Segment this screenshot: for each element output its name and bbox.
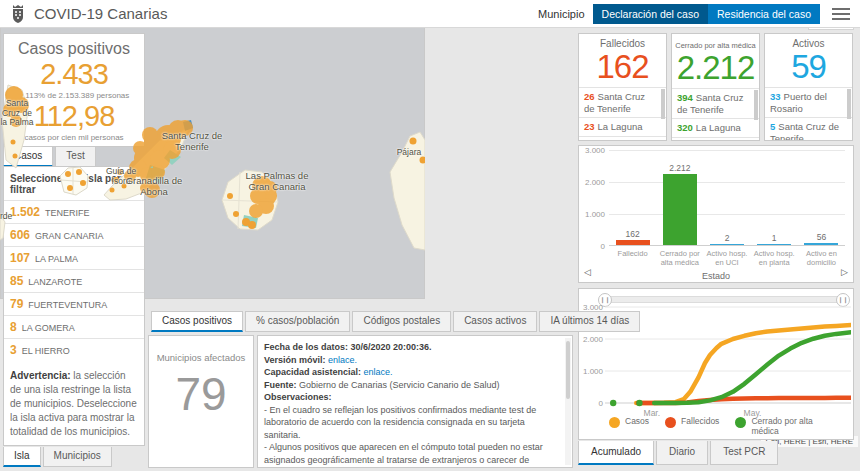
declaracion-del-caso-button[interactable]: Declaración del caso	[593, 4, 708, 24]
info-scrollbar[interactable]	[565, 338, 571, 465]
menu-icon[interactable]	[832, 8, 850, 20]
island-row-la-gomera[interactable]: 8LA GOMERA	[4, 315, 144, 338]
chart-prev-arrow-icon[interactable]: ◁	[584, 267, 591, 277]
map-layer-tabs: Casos positivos% casos/poblaciónCódigos …	[151, 311, 640, 332]
bar-chart-x-axis-title: Estado	[579, 271, 853, 281]
legend-item: Cerrado por alta médica	[735, 416, 813, 436]
chart-next-arrow-icon[interactable]: ▷	[841, 267, 848, 277]
map-tab-4[interactable]: IA últimos 14 días	[539, 311, 640, 332]
stat-row[interactable]: 19Las Palmas de Gran Canaria	[579, 136, 666, 142]
stat-row[interactable]: 23La Laguna	[579, 117, 666, 136]
bar-activo-hosp-en-uci[interactable]: 2	[703, 149, 750, 245]
warning-text: Advertencia: la selección de una isla re…	[10, 369, 138, 439]
map-tab-1[interactable]: % casos/población	[245, 311, 350, 332]
tab-acumulado[interactable]: Acumulado	[578, 441, 654, 465]
map-canvas[interactable]: Santa Cruz de la Palma Guía de Isora Gra…	[0, 0, 425, 299]
capacidad-line: Capacidad asistencial: enlace.	[264, 366, 560, 379]
bar-activo-en-domicilio[interactable]: 56	[798, 149, 845, 245]
bar-fallecido[interactable]: 162	[609, 149, 656, 245]
fecha-datos-line: Fecha de los datos: 30/6/2020 20:00:36.	[264, 341, 560, 354]
bar-chart-plot: 1622.2122156	[609, 150, 845, 246]
line-chart-tabs: AcumuladoDiarioTest PCR	[578, 441, 778, 465]
canarias-coat-of-arms-icon	[10, 4, 26, 24]
version-movil-link[interactable]: enlace.	[326, 355, 358, 365]
municipios-afectados-panel: Municipios afectados 79	[148, 335, 254, 468]
stat-row[interactable]: 26Santa Cruz de Tenerife	[579, 87, 666, 117]
legend-item: Fallecidos	[665, 416, 719, 436]
line-chart-plot	[605, 305, 851, 411]
map-tab-2[interactable]: Códigos postales	[352, 311, 451, 332]
stat-box-2: Activos5933Puerto del Rosario5Santa Cruz…	[764, 33, 853, 141]
municipios-afectados-value: 79	[149, 367, 253, 421]
estado-bar-chart-panel: 01.0002.0003.000 1622.2122156 FallecidoC…	[578, 145, 854, 283]
map-tab-0[interactable]: Casos positivos	[151, 311, 243, 332]
stat-row[interactable]: 394Santa Cruz de Tenerife	[672, 88, 759, 118]
tab-municipios[interactable]: Municipios	[43, 447, 112, 467]
tab-test-pcr[interactable]: Test PCR	[710, 441, 778, 465]
map-tab-3[interactable]: Casos activos	[453, 311, 537, 332]
tab-diario[interactable]: Diario	[656, 441, 708, 465]
stat-box-0: Fallecidos16226Santa Cruz de Tenerife23L…	[578, 33, 667, 141]
legend-item: Casos	[609, 416, 649, 436]
stat-box-1: Cerrado por alta médica2.212394Santa Cru…	[671, 33, 760, 141]
tab-isla[interactable]: Isla	[3, 447, 41, 467]
observaciones-label: Observaciones:	[264, 391, 560, 404]
bar-cerrado-por-alta-m-dica[interactable]: 2.212	[656, 149, 703, 245]
municipios-afectados-title: Municipios afectados	[149, 352, 253, 363]
island-row-el-hierro[interactable]: 3EL HIERRO	[4, 338, 144, 361]
stat-box-scrollbar[interactable]	[754, 90, 758, 120]
residencia-del-caso-button[interactable]: Residencia del caso	[708, 4, 820, 24]
app-header: COVID-19 Canarias Municipio Declaración …	[0, 0, 860, 28]
bar-activo-hosp-en-planta[interactable]: 1	[751, 149, 798, 245]
observaciones-list: - En el cuadro se reflejan los positivos…	[264, 404, 560, 469]
stat-box-scrollbar[interactable]	[847, 89, 851, 119]
data-info-panel: Fecha de los datos: 30/6/2020 20:00:36. …	[257, 335, 573, 468]
stat-row[interactable]: 33Puerto del Rosario	[765, 87, 852, 117]
time-range-slider[interactable]: ❙❙ ❙❙	[603, 296, 845, 303]
fuente-line: Fuente: Gobierno de Canarias (Servicio C…	[264, 379, 560, 392]
stat-row[interactable]: 322Las Palmas de Gran Canaria	[672, 137, 759, 142]
page-title: COVID-19 Canarias	[34, 5, 167, 22]
version-movil-line: Versión móvil: enlace.	[264, 354, 560, 367]
municipio-label: Municipio	[538, 8, 584, 20]
stat-box-scrollbar[interactable]	[661, 89, 665, 119]
stat-row[interactable]: 320La Laguna	[672, 118, 759, 137]
islands-map-graphic	[0, 0, 425, 299]
capacidad-link[interactable]: enlace.	[361, 367, 393, 377]
line-chart-legend: CasosFallecidosCerrado por alta médica	[609, 416, 849, 436]
stat-row[interactable]: 5Santa Cruz de Tenerife	[765, 117, 852, 141]
isla-municipios-tabs: Isla Municipios	[3, 447, 112, 467]
